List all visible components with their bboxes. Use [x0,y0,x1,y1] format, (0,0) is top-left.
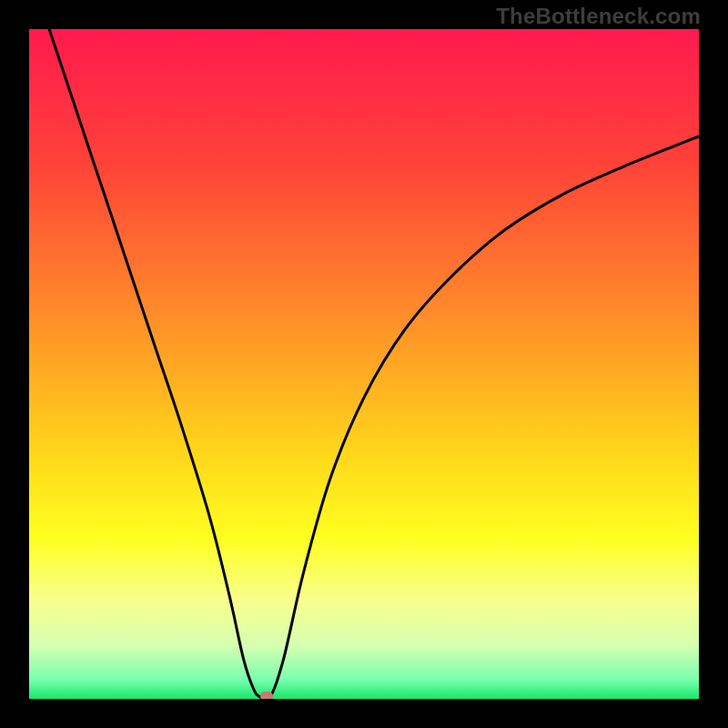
bottleneck-curve [29,29,699,699]
watermark-text: TheBottleneck.com [496,4,701,29]
optimal-point-marker [260,692,273,699]
plot-area [29,29,699,699]
chart-frame: TheBottleneck.com [0,0,728,728]
